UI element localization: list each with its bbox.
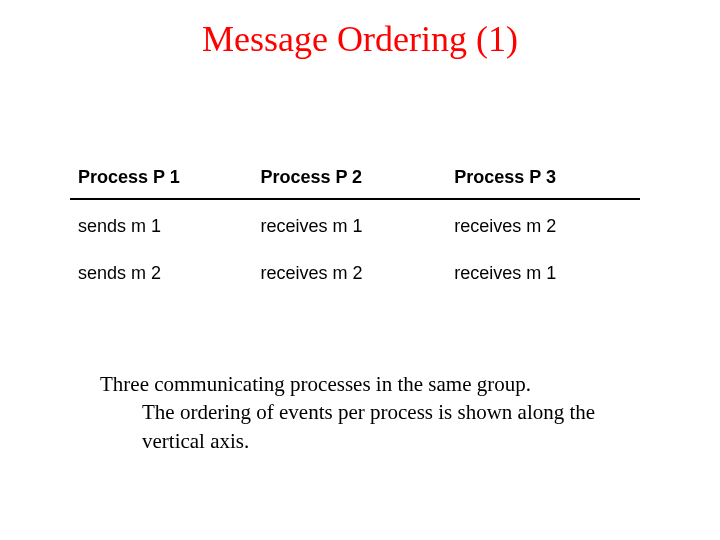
header-p1: Process P 1 <box>70 155 252 199</box>
ordering-table-container: Process P 1 Process P 2 Process P 3 send… <box>70 155 640 294</box>
table-row: sends m 1 receives m 1 receives m 2 <box>70 199 640 247</box>
cell-r0-c1: receives m 1 <box>252 199 446 247</box>
header-p3: Process P 3 <box>446 155 640 199</box>
ordering-table: Process P 1 Process P 2 Process P 3 send… <box>70 155 640 294</box>
cell-r1-c1: receives m 2 <box>252 247 446 294</box>
cell-r1-c0: sends m 2 <box>70 247 252 294</box>
slide-caption: Three communicating processes in the sam… <box>100 370 630 455</box>
table-row: sends m 2 receives m 2 receives m 1 <box>70 247 640 294</box>
cell-r0-c0: sends m 1 <box>70 199 252 247</box>
cell-r1-c2: receives m 1 <box>446 247 640 294</box>
slide-title: Message Ordering (1) <box>0 0 720 60</box>
caption-line1: Three communicating processes in the sam… <box>100 372 531 396</box>
header-p2: Process P 2 <box>252 155 446 199</box>
caption-line2: The ordering of events per process is sh… <box>100 398 630 455</box>
table-header-row: Process P 1 Process P 2 Process P 3 <box>70 155 640 199</box>
cell-r0-c2: receives m 2 <box>446 199 640 247</box>
